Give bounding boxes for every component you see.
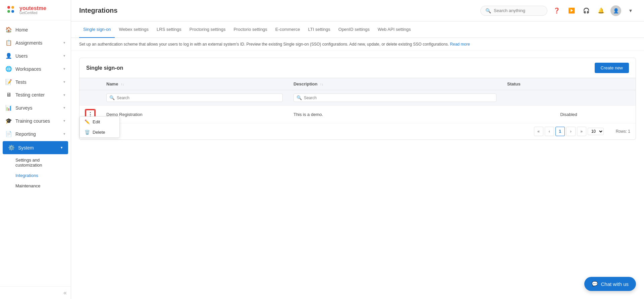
- tab-sso[interactable]: Single sign-on: [79, 21, 115, 38]
- page-title: Integrations: [79, 7, 117, 14]
- nav-icon-testing-center: 🖥: [5, 92, 12, 98]
- user-menu-arrow[interactable]: ▾: [625, 5, 636, 16]
- avatar[interactable]: 👤: [610, 5, 621, 16]
- nav-arrow-tests: ▾: [63, 80, 65, 84]
- status-col-header: Status: [502, 78, 636, 90]
- next-page-button[interactable]: ›: [566, 127, 576, 136]
- status-search-cell: [502, 90, 636, 106]
- main-area: Integrations 🔍 ❓ ▶️ 🎧 🔔 👤 ▾ Single sign-…: [71, 0, 644, 299]
- name-col-label: Name: [106, 81, 118, 86]
- name-cell: Demo Registration: [101, 106, 288, 123]
- svg-point-4: [11, 10, 14, 13]
- description-search-input[interactable]: [304, 96, 493, 100]
- last-page-button[interactable]: »: [577, 127, 586, 136]
- sidebar-collapse-button[interactable]: «: [0, 286, 71, 299]
- chat-button[interactable]: 💬 Chat with us: [584, 277, 636, 291]
- tab-webapi[interactable]: Web API settings: [374, 21, 415, 38]
- per-page-select[interactable]: 10 25 50: [588, 128, 604, 135]
- tab-lti[interactable]: LTI settings: [304, 21, 334, 38]
- headset-button[interactable]: 🎧: [581, 5, 592, 16]
- edit-icon: ✏️: [85, 119, 90, 120]
- sidebar-item-users[interactable]: 👤 Users ▾: [0, 49, 71, 62]
- logo: youtestme GetCertified: [0, 0, 71, 20]
- nav-icon-workspaces: 🌐: [5, 66, 12, 72]
- sidebar-sub-item-integrations[interactable]: Integrations: [0, 170, 71, 181]
- tab-lrs[interactable]: LRS settings: [153, 21, 185, 38]
- sidebar-item-assignments[interactable]: 📋 Assignments ▾: [0, 36, 71, 49]
- name-col-header: Name ↑↓: [101, 78, 288, 90]
- first-page-button[interactable]: «: [534, 127, 543, 136]
- sidebar-item-tests[interactable]: 📝 Tests ▾: [0, 75, 71, 88]
- create-new-button[interactable]: Create new: [595, 63, 629, 73]
- description-col-label: Description: [293, 81, 318, 86]
- info-text: Set up an authentication scheme that all…: [79, 42, 449, 47]
- svg-point-0: [5, 4, 17, 16]
- play-button[interactable]: ▶️: [566, 5, 577, 16]
- logo-subtitle: GetCertified: [19, 11, 46, 15]
- nav-icon-assignments: 📋: [5, 40, 12, 46]
- name-sort-icon[interactable]: ↑↓: [121, 82, 124, 86]
- sidebar-item-surveys[interactable]: 📊 Surveys ▾: [0, 101, 71, 114]
- nav-icon-home: 🏠: [5, 26, 12, 33]
- nav-arrow-workspaces: ▾: [63, 67, 65, 71]
- sidebar-item-testing-center[interactable]: 🖥 Testing center ▾: [0, 88, 71, 101]
- nav-arrow-testing-center: ▾: [63, 93, 65, 97]
- help-button[interactable]: ❓: [551, 5, 562, 16]
- table-header-row: Name ↑↓ Description ↑↓ Status: [79, 78, 636, 90]
- nav-label-users: Users: [15, 53, 28, 59]
- row-actions-cell: ⋮ ✏️ Edit 🗑️ Delete: [79, 106, 101, 123]
- chat-icon: 💬: [592, 281, 598, 287]
- tab-proctorio[interactable]: Proctorio settings: [229, 21, 271, 38]
- logo-icon: [5, 4, 17, 16]
- status-cell: Disabled: [502, 106, 636, 123]
- sidebar: youtestme GetCertified 🏠 Home 📋 Assignme…: [0, 0, 71, 299]
- name-search-cell: 🔍: [101, 90, 288, 106]
- page-1-button[interactable]: 1: [555, 127, 565, 136]
- sidebar-item-workspaces[interactable]: 🌐 Workspaces ▾: [0, 62, 71, 75]
- description-col-header: Description ↑↓: [288, 78, 502, 90]
- prev-page-button[interactable]: ‹: [545, 127, 554, 136]
- tab-webex[interactable]: Webex settings: [115, 21, 153, 38]
- tab-openid[interactable]: OpenID settings: [334, 21, 374, 38]
- sidebar-item-training-courses[interactable]: 🎓 Training courses ▾: [0, 114, 71, 127]
- logo-name: youtestme: [19, 6, 46, 11]
- sidebar-sub-item-settings-and-customization[interactable]: Settings and customization: [0, 155, 71, 170]
- action-search-cell: [79, 90, 101, 106]
- nav-arrow-assignments: ▾: [63, 41, 65, 45]
- context-menu: ✏️ Edit 🗑️ Delete: [85, 116, 96, 120]
- search-box[interactable]: 🔍: [480, 6, 547, 16]
- read-more-link[interactable]: Read more: [450, 42, 470, 47]
- description-sort-icon[interactable]: ↑↓: [320, 82, 323, 86]
- nav-arrow-surveys: ▾: [63, 106, 65, 110]
- svg-point-3: [7, 10, 10, 13]
- sidebar-nav: 🏠 Home 📋 Assignments ▾ 👤 Users ▾ 🌐 Works…: [0, 20, 71, 286]
- rows-count: Rows: 1: [616, 129, 630, 134]
- sso-table: Name ↑↓ Description ↑↓ Status: [79, 78, 636, 123]
- nav-label-reporting: Reporting: [15, 131, 36, 137]
- tab-ecommerce[interactable]: E-commerce: [271, 21, 304, 38]
- header-actions: 🔍 ❓ ▶️ 🎧 🔔 👤 ▾: [480, 5, 636, 16]
- pagination-row: « ‹ 1 › » 10 25 50 Rows: 1: [79, 123, 636, 139]
- sso-panel: Single sign-on Create new Name ↑↓ Descr: [79, 58, 636, 140]
- search-input[interactable]: [494, 8, 541, 13]
- tab-proctoring[interactable]: Proctoring settings: [185, 21, 230, 38]
- edit-label: Edit: [93, 119, 96, 120]
- name-search-input[interactable]: [117, 96, 280, 100]
- edit-menu-item[interactable]: ✏️ Edit: [85, 117, 96, 120]
- svg-point-1: [7, 6, 10, 9]
- info-bar: Set up an authentication scheme that all…: [71, 38, 644, 51]
- sidebar-item-system[interactable]: ⚙️ System ▾: [3, 141, 68, 154]
- nav-arrow-users: ▾: [63, 54, 65, 58]
- nav-label-tests: Tests: [15, 79, 26, 85]
- sidebar-item-reporting[interactable]: 📄 Reporting ▾: [0, 127, 71, 140]
- sidebar-sub-item-maintenance[interactable]: Maintenance: [0, 181, 71, 191]
- notifications-button[interactable]: 🔔: [596, 5, 606, 16]
- action-col-header: [79, 78, 101, 90]
- header: Integrations 🔍 ❓ ▶️ 🎧 🔔 👤 ▾: [71, 0, 644, 21]
- name-search-icon: 🔍: [109, 95, 115, 100]
- desc-search-icon: 🔍: [297, 95, 302, 100]
- nav-label-workspaces: Workspaces: [15, 66, 41, 72]
- table-search-row: 🔍 🔍: [79, 90, 636, 106]
- sidebar-item-home[interactable]: 🏠 Home: [0, 23, 71, 36]
- nav-icon-users: 👤: [5, 53, 12, 59]
